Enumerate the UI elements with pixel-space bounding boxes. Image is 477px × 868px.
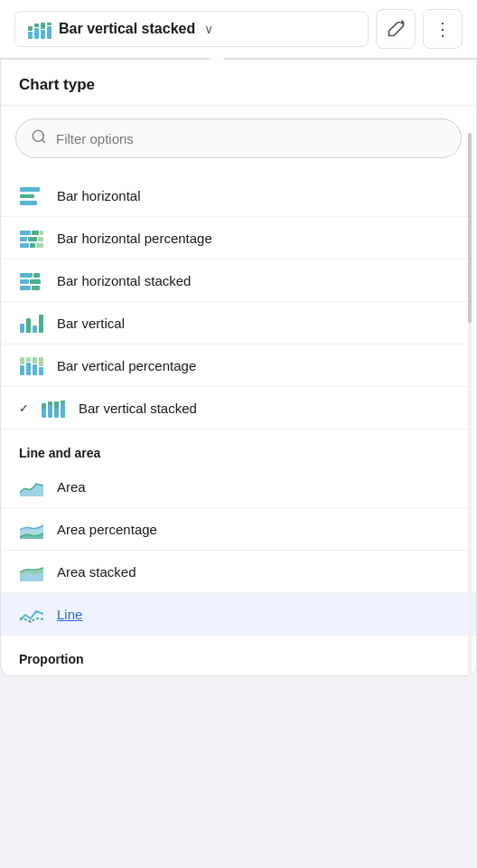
paint-brush-button[interactable] [376, 9, 416, 49]
more-options-button[interactable]: ⋮ [423, 9, 463, 49]
bar-horizontal-stacked-icon [19, 270, 44, 290]
list-item-area-percentage[interactable]: Area percentage [1, 508, 476, 551]
proportion-section: Proportion [1, 639, 476, 675]
item-label: Bar vertical percentage [57, 358, 196, 373]
area-icon [19, 476, 44, 496]
svg-line-1 [42, 139, 44, 142]
item-label-link: Line [57, 607, 82, 622]
bar-items-list: Bar horizontal [1, 171, 476, 433]
bar-horizontal-percentage-icon [19, 228, 44, 248]
checkmark-icon: ✓ [19, 401, 29, 415]
area-stacked-icon [19, 561, 44, 581]
top-bar: Bar vertical stacked ∨ ⋮ [0, 0, 477, 59]
chart-type-icon [28, 19, 51, 39]
line-icon [19, 604, 44, 624]
section-label-proportion: Proportion [1, 643, 476, 672]
bar-vertical-stacked-icon [41, 398, 66, 418]
chevron-down-icon: ∨ [204, 22, 213, 36]
area-percentage-icon [19, 519, 44, 539]
list-item-area[interactable]: Area [1, 466, 476, 508]
item-label: Bar horizontal [57, 188, 141, 203]
scrollbar[interactable] [467, 132, 472, 675]
item-label: Area stacked [57, 564, 136, 580]
chart-type-dropdown: Chart type Bar horizontal [0, 59, 477, 676]
search-box [15, 118, 462, 158]
line-area-section: Line and area Area Area percent [1, 433, 476, 639]
list-item-bar-vertical[interactable]: Bar vertical [1, 302, 476, 344]
item-label: Area [57, 479, 86, 495]
item-label: Area percentage [57, 522, 157, 537]
bar-vertical-percentage-icon [19, 355, 44, 375]
list-item-bar-horizontal-stacked[interactable]: Bar horizontal stacked [1, 259, 476, 302]
item-label: Bar horizontal stacked [57, 273, 191, 288]
list-item-bar-horizontal[interactable]: Bar horizontal [1, 175, 476, 217]
svg-point-0 [33, 130, 43, 141]
list-item-bar-vertical-percentage[interactable]: Bar vertical percentage [1, 344, 476, 387]
search-icon [31, 128, 47, 148]
list-item-area-stacked[interactable]: Area stacked [1, 551, 476, 593]
bar-horizontal-icon [19, 185, 44, 205]
item-label: Bar horizontal percentage [57, 231, 212, 246]
list-item-line[interactable]: Line [1, 593, 476, 636]
panel-title: Chart type [1, 60, 476, 106]
list-item-bar-horizontal-percentage[interactable]: Bar horizontal percentage [1, 217, 476, 259]
selected-chart-title: Bar vertical stacked [59, 21, 195, 37]
chart-type-selector[interactable]: Bar vertical stacked ∨ [14, 11, 369, 47]
bar-vertical-icon [19, 313, 44, 333]
item-label: Bar vertical stacked [79, 401, 197, 416]
search-input[interactable] [56, 131, 446, 146]
item-label: Bar vertical [57, 316, 125, 331]
section-label-line-area: Line and area [1, 437, 476, 466]
list-item-bar-vertical-stacked[interactable]: ✓ [1, 387, 476, 429]
